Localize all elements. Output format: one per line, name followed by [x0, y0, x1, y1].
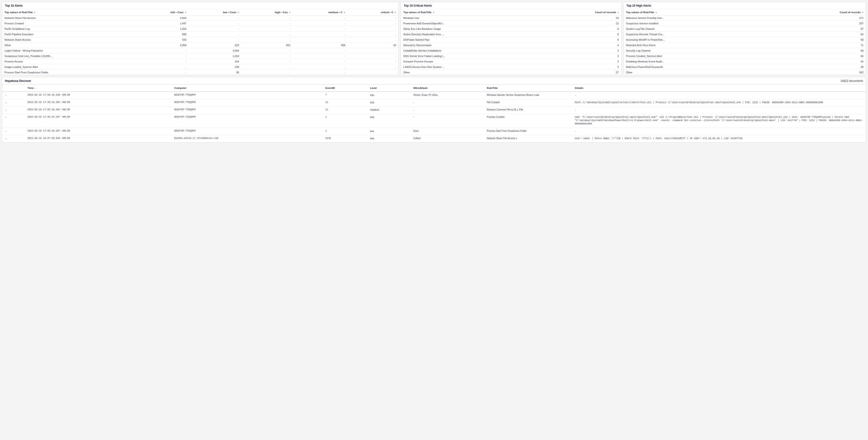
table-row: Process Created_Sysmon Alert60: [624, 54, 866, 59]
col-low[interactable]: low › Coun ∨: [189, 9, 241, 15]
col-ruletitle-discover[interactable]: RuleTitle: [485, 85, 572, 92]
expand-icon[interactable]: ›: [4, 93, 7, 97]
expand-icon[interactable]: ›: [4, 108, 7, 112]
table-row: Network Share File Access2,564----: [2, 15, 399, 21]
expand-icon[interactable]: ›: [4, 116, 7, 119]
table-row: Mimikatz Use33: [401, 15, 621, 21]
table-row: WannaCry Ransomware4: [401, 42, 621, 48]
table-row: Network Share Access433----: [2, 37, 399, 42]
discover-panel: Hayabusa Discover 16622 documents Time ↓…: [2, 77, 866, 143]
col-ruletitle-critical[interactable]: Top values of RuleTitle ∨: [401, 9, 537, 15]
col-mitreattack[interactable]: MitreAttack: [411, 85, 485, 92]
discover-row: ›2022-02-16 10:37:20.934 +00:0001566s-wi…: [2, 135, 866, 143]
col-level[interactable]: Level: [368, 85, 411, 92]
discover-row: ›2022-02-19 17:35:16.301 +00:00DESKTOP-T…: [2, 99, 866, 106]
top10-critical-title: Top 10 Critical Alerts: [401, 2, 621, 9]
top10-critical-panel: Top 10 Critical Alerts Top values of Rul…: [401, 2, 621, 75]
col-ruletitle[interactable]: Top values of RuleTitle ∨: [2, 9, 136, 15]
table-row: DNS Server Error Failed Loading t...3: [401, 54, 621, 59]
expand-icon[interactable]: ›: [4, 101, 7, 104]
table-row: Suspicious Cmd Line_Possible LOLBIN ...-…: [2, 54, 399, 59]
table-row: Suspicious Service Installed257: [624, 21, 866, 26]
col-eventid[interactable]: EventID: [323, 85, 368, 92]
top10-high-title: Top 10 High Alerts: [624, 2, 866, 9]
col-computer[interactable]: Computer: [172, 85, 323, 92]
col-high[interactable]: high › Cou ∨: [242, 9, 293, 15]
table-row: Sticky Key Like Backdoor Usage8: [401, 26, 621, 32]
col-count-high[interactable]: Count of records ∨: [770, 9, 866, 15]
col-medium[interactable]: medium › C ∨: [293, 9, 348, 15]
table-row: Dumpert Process Dumper3: [401, 59, 621, 64]
table-row: PwSh Scriptblock Log1,024----: [2, 26, 399, 32]
top10-critical-table: Top values of RuleTitle ∨ Count of recor…: [401, 9, 621, 75]
table-row: Malicious Service Possibly Inst...271: [624, 15, 866, 21]
table-row: Active Directory Replication from ...6: [401, 32, 621, 37]
table-row: Logon Failure - Wrong Password-3,564---: [2, 48, 399, 54]
top10-alerts-title: Top 10 Alerts: [2, 2, 399, 9]
discover-row: ›2022-02-19 17:35:16.207 +00:00DESKTOP-T…: [2, 114, 866, 128]
table-row: LSASS Access from Non System ...3: [401, 64, 621, 70]
table-row: System Log File Cleared97: [624, 26, 866, 32]
table-row: Other562: [624, 70, 866, 75]
table-row: Process Access-154---: [2, 59, 399, 64]
table-row: Security Log Cleared66: [624, 48, 866, 54]
table-row: PwSh Pipeline Execution680----: [2, 32, 399, 37]
top10-alerts-panel: Top 10 Alerts Top values of RuleTitle ∨ …: [2, 2, 399, 75]
table-row: Suspicious Remote Thread Cre...94: [624, 32, 866, 37]
col-critical[interactable]: critical › C ∨: [348, 9, 399, 15]
table-row: Disabling Windows Event Audit...42: [624, 59, 866, 64]
top10-high-table: Top values of RuleTitle ∨ Count of recor…: [624, 9, 866, 75]
doc-count: 16622 documents: [841, 79, 863, 83]
discover-row: ›2022-02-19 17:35:16.207 +00:00DESKTOP-T…: [2, 128, 866, 135]
top10-alerts-table: Top values of RuleTitle ∨ info › Cour ∨ …: [2, 9, 399, 75]
table-row: Malicious PowerShell Keywords30: [624, 64, 866, 70]
col-ruletitle-high[interactable]: Top values of RuleTitle ∨: [624, 9, 770, 15]
discover-header: Hayabusa Discover 16622 documents: [2, 77, 866, 85]
top10-high-panel: Top 10 High Alerts Top values of RuleTit…: [623, 2, 866, 75]
table-row: EfsPotato Named Pipe6: [401, 37, 621, 42]
table-row: Process Created1,447----: [2, 21, 399, 26]
col-details[interactable]: Details: [572, 85, 866, 92]
col-time[interactable]: Time ↓: [25, 85, 172, 92]
col-info[interactable]: info › Cour ∨: [136, 9, 189, 15]
discover-row: ›2022-02-19 17:35:16.301 +00:00DESKTOP-T…: [2, 106, 866, 114]
discover-table: Time ↓ Computer EventID Level MitreAttac…: [2, 85, 866, 143]
col-count-critical[interactable]: Count of records ∨: [537, 9, 621, 15]
discover-title: Hayabusa Discover: [5, 79, 31, 83]
table-row: Accessing WinAPI in PowerShe...93: [624, 37, 866, 42]
table-row: CobaltStrike Service Installations3: [401, 48, 621, 54]
table-row: Image Loaded_Sysmon Alert-108---: [2, 64, 399, 70]
discover-row: ›2022-02-19 17:35:16.328 +00:00DESKTOP-T…: [2, 92, 866, 99]
col-expand: [2, 85, 25, 92]
table-row: Powerview Add-DomainObjectAcl...22: [401, 21, 621, 26]
table-row: Other27: [401, 70, 621, 75]
expand-icon[interactable]: ›: [4, 129, 7, 133]
table-row: Process Start From Suspicious Folder-39-…: [2, 70, 399, 75]
table-row: Other2,05822383159442: [2, 42, 399, 48]
table-row: Relevant Anti-Virus Event71: [624, 42, 866, 48]
expand-icon[interactable]: ›: [4, 137, 7, 140]
